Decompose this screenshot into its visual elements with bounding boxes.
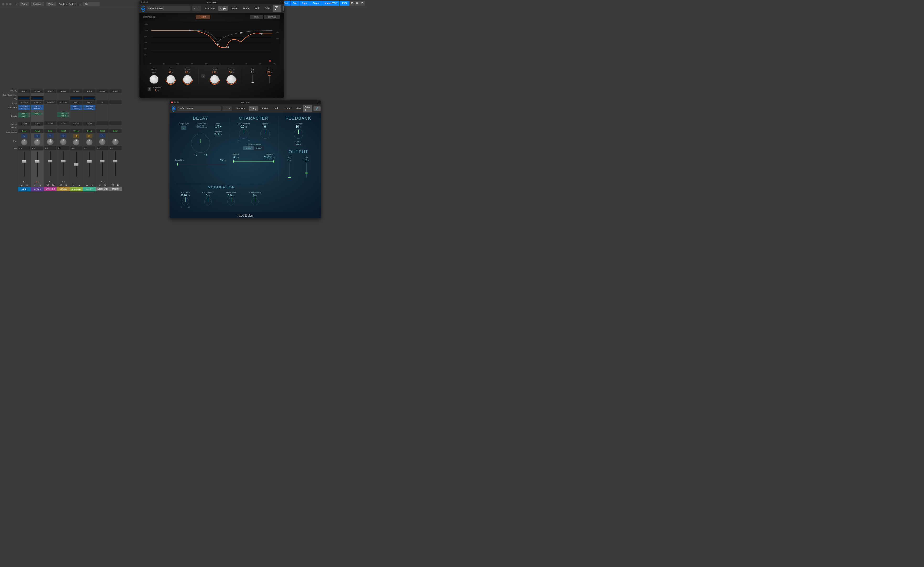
attack-knob[interactable] <box>149 75 159 84</box>
output-slot[interactable] <box>110 121 122 125</box>
record-input[interactable]: R I <box>57 180 70 184</box>
flutter-int-knob[interactable] <box>251 198 259 205</box>
view-mode-icon[interactable]: ▦ <box>355 1 360 6</box>
automation-mode[interactable]: Read <box>18 129 30 133</box>
reverb-eq-graph[interactable]: 200%100%60%40%20%0% 2.2 s1.1 s 205010020… <box>144 21 280 65</box>
power-button[interactable]: ⏻ <box>172 105 176 111</box>
clip-value[interactable]: 0.0 <box>240 125 244 128</box>
input-slot[interactable]: ◎ In 1-2 <box>44 100 56 104</box>
input-slot[interactable]: Bus 2 <box>83 101 96 105</box>
mute-button[interactable]: M <box>60 184 62 187</box>
fx-insert[interactable]: Chan EQ <box>83 108 96 110</box>
fader[interactable] <box>83 151 96 181</box>
input-slot[interactable]: ◎ In 1-2 <box>31 101 43 105</box>
fx-insert[interactable]: Chan EQ <box>18 105 30 107</box>
solo-button[interactable]: S <box>39 184 41 187</box>
automation-mode[interactable]: Read <box>83 129 96 133</box>
eq-thumbnail[interactable] <box>31 96 43 100</box>
track-name[interactable]: Master <box>109 186 122 191</box>
eq-thumbnail[interactable] <box>83 96 96 100</box>
solo-button[interactable]: S <box>91 184 93 187</box>
send-slot[interactable]: Bus 2 <box>57 115 69 117</box>
mul2-button[interactable]: × 2 <box>204 153 207 156</box>
wet-slider[interactable] <box>306 163 307 178</box>
tape-head-mode[interactable]: CleanDiffuse <box>243 146 264 150</box>
setting-button[interactable]: Setting <box>44 89 56 93</box>
delay-time-knob[interactable] <box>191 134 210 152</box>
next-preset[interactable]: › <box>227 106 232 111</box>
fader[interactable] <box>109 150 122 180</box>
automation-mode[interactable]: Read <box>31 129 43 133</box>
next-preset[interactable]: › <box>197 6 201 11</box>
filter-input[interactable]: Input <box>300 1 310 6</box>
distance-knob[interactable] <box>226 75 236 84</box>
record-input[interactable]: Bnc <box>96 180 109 184</box>
dry-slider[interactable] <box>252 75 253 83</box>
options-menu[interactable]: Options ▾ <box>31 2 44 6</box>
preset-select[interactable]: Default Preset <box>177 106 221 111</box>
pan-knob[interactable]: +24 <box>47 139 54 145</box>
automation-mode[interactable]: Read <box>96 129 108 133</box>
channel-strip-stereo-out[interactable]: Setting◎ Read∿0.0BncMSStereo Out <box>96 89 109 191</box>
view-mode-icon[interactable]: ⊞ <box>350 1 354 6</box>
output-slot[interactable]: St Out <box>44 121 56 125</box>
close-icon[interactable] <box>171 101 173 103</box>
view-menu[interactable]: View ▾ <box>46 2 56 6</box>
setting-button[interactable]: Setting <box>57 89 69 93</box>
record-input[interactable]: R I <box>18 181 31 184</box>
back-icon[interactable]: ↩ <box>16 3 18 6</box>
paste-button[interactable]: Paste <box>230 6 240 11</box>
sends-value[interactable]: Off <box>83 2 100 6</box>
predelay-value[interactable]: 8 <box>155 89 157 91</box>
fader[interactable] <box>44 150 57 180</box>
send-slot[interactable]: Bus 1 <box>57 112 69 114</box>
div2-button[interactable]: ÷ 2 <box>194 153 197 156</box>
decay-knob[interactable] <box>210 75 219 84</box>
send-slot[interactable]: Bus 1 <box>18 113 30 115</box>
predelay-sync-icon[interactable]: ♪ <box>148 87 152 91</box>
pan-knob[interactable] <box>86 139 93 146</box>
input-slot[interactable] <box>110 100 122 104</box>
db-value[interactable]: 0.0 <box>110 146 122 150</box>
fx-insert[interactable]: UADx LA... <box>31 108 43 110</box>
solo-button[interactable]: S <box>52 184 54 187</box>
prev-preset[interactable]: ‹ <box>223 106 227 111</box>
fader[interactable] <box>57 150 70 180</box>
view-zoom[interactable]: 75% ▾ <box>303 105 312 112</box>
record-input[interactable] <box>83 181 96 184</box>
main-tab[interactable]: MAIN <box>250 15 263 19</box>
redo-button[interactable]: Redo <box>253 6 262 11</box>
db-value[interactable]: -4.6 <box>70 146 82 150</box>
dry-slider[interactable] <box>289 163 290 178</box>
freeze-button[interactable]: OFF <box>294 143 303 146</box>
automation-mode[interactable]: Read <box>57 129 69 133</box>
close-icon[interactable] <box>141 1 142 3</box>
record-input[interactable] <box>70 181 82 184</box>
fx-insert[interactable]: Pro-Q 3 <box>18 108 30 110</box>
mute-button[interactable]: M <box>73 184 75 187</box>
track-icon[interactable]: ∿ <box>47 133 54 138</box>
solo-button[interactable]: S <box>26 184 28 187</box>
automation-mode[interactable]: Read <box>70 129 82 133</box>
smoothing-slider[interactable] <box>175 164 226 165</box>
smoothing-value[interactable]: 40 <box>220 158 223 161</box>
dry-value[interactable]: 0 <box>288 159 289 162</box>
channel-strip-reverb[interactable]: SettingBus 1ChromaChan EQSt OutRead◐-4.6… <box>70 89 83 191</box>
power-button[interactable]: ⏻ <box>141 6 145 12</box>
lfo-int-knob[interactable] <box>204 198 212 205</box>
mute-button[interactable]: M <box>46 184 48 187</box>
track-name[interactable]: REVERB <box>70 187 82 191</box>
room-tab[interactable]: Room <box>196 15 210 19</box>
fader[interactable] <box>18 151 31 181</box>
mute-button[interactable]: M <box>99 184 101 187</box>
fx-insert[interactable]: Chan EQ <box>70 108 82 110</box>
link-icon[interactable]: 🔗 <box>283 6 284 11</box>
preset-select[interactable]: Default Preset <box>147 6 190 11</box>
reverb-titlebar[interactable]: REVERB ⛶ <box>139 0 284 5</box>
input-slot[interactable]: ◎ In 1-2 <box>57 100 69 104</box>
output-slot[interactable] <box>96 121 108 125</box>
eq-thumbnail[interactable] <box>18 96 30 100</box>
note-value[interactable]: 1/4 <box>215 125 219 128</box>
channel-strip-snare[interactable]: Setting◎ In 1-2Chan EQUADx LA...Bus 1St … <box>31 89 44 191</box>
solo-button[interactable]: D <box>117 184 119 187</box>
